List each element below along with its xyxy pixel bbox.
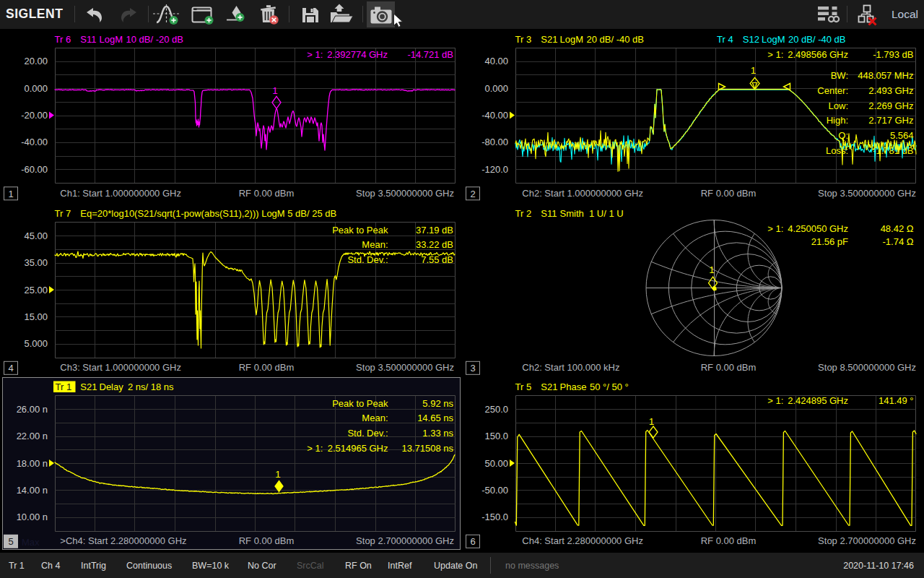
svg-text:1: 1 — [751, 65, 757, 76]
svg-text:RF 0.00 dBm: RF 0.00 dBm — [701, 362, 757, 373]
svg-text:2.514965 GHz: 2.514965 GHz — [328, 443, 388, 454]
svg-text:Tr 3: Tr 3 — [515, 34, 532, 45]
svg-text:50 °/ 50 °: 50 °/ 50 ° — [590, 381, 629, 392]
svg-text:Tr 2: Tr 2 — [515, 208, 532, 219]
svg-text:20 dB/ -40 dB: 20 dB/ -40 dB — [587, 34, 645, 45]
svg-text:26.00 n: 26.00 n — [17, 404, 48, 415]
svg-text:RF On: RF On — [345, 561, 372, 571]
svg-text:2.493 GHz: 2.493 GHz — [868, 85, 913, 96]
svg-text:35.00: 35.00 — [24, 257, 48, 268]
svg-text:Ch1: Start 1.000000000 GHz: Ch1: Start 1.000000000 GHz — [60, 188, 181, 199]
svg-text:LogM: LogM — [560, 34, 584, 45]
svg-text:Tr 6: Tr 6 — [55, 34, 71, 45]
svg-text:21.56 pF: 21.56 pF — [811, 236, 848, 247]
svg-text:no messages: no messages — [505, 561, 559, 571]
svg-text:> 1:: > 1: — [307, 443, 323, 454]
svg-text:Tr 1: Tr 1 — [56, 381, 72, 392]
svg-text:Max: Max — [22, 537, 40, 548]
svg-text:IntTrig: IntTrig — [81, 561, 106, 571]
svg-text:-40.00: -40.00 — [481, 110, 508, 121]
svg-text:448.057 MHz: 448.057 MHz — [858, 70, 913, 81]
svg-text:Mean:: Mean: — [362, 239, 388, 250]
svg-text:-14.721 dB: -14.721 dB — [407, 49, 453, 60]
svg-text:RF 0.00 dBm: RF 0.00 dBm — [239, 188, 295, 199]
svg-text:5.92 ns: 5.92 ns — [422, 398, 453, 409]
svg-text:Peak to Peak: Peak to Peak — [332, 398, 388, 409]
svg-text:Tr 1: Tr 1 — [9, 561, 25, 571]
svg-text:20.00: 20.00 — [24, 56, 48, 66]
svg-text:-120.0: -120.0 — [481, 164, 508, 175]
svg-text:7.55 dB: 7.55 dB — [421, 254, 453, 265]
svg-text:> 1:: > 1: — [307, 49, 323, 60]
svg-text:2.424895 GHz: 2.424895 GHz — [788, 395, 848, 406]
svg-text:10.00 n: 10.00 n — [17, 512, 48, 522]
svg-text:S11: S11 — [541, 208, 557, 219]
svg-text:-1.793 dB: -1.793 dB — [873, 49, 913, 60]
svg-text:Tr 7: Tr 7 — [55, 208, 71, 219]
svg-text:Stop 3.500000000 GHz: Stop 3.500000000 GHz — [356, 188, 454, 199]
svg-text:3: 3 — [470, 363, 475, 374]
svg-text:SrcCal: SrcCal — [297, 561, 324, 571]
svg-text:33.22 dB: 33.22 dB — [416, 239, 453, 250]
svg-text:> 1:: > 1: — [767, 395, 783, 406]
svg-text:Stop 8.500000000 GHz: Stop 8.500000000 GHz — [818, 362, 916, 373]
svg-text:-50.00: -50.00 — [481, 485, 508, 496]
svg-text:High:: High: — [827, 115, 848, 126]
svg-text:22.00 n: 22.00 n — [17, 431, 48, 441]
svg-text:50.00: 50.00 — [484, 458, 508, 469]
svg-text:4.250050 GHz: 4.250050 GHz — [788, 223, 848, 234]
svg-text:150.0: 150.0 — [484, 431, 508, 441]
svg-text:RF 0.00 dBm: RF 0.00 dBm — [701, 188, 757, 199]
svg-text:Std. Dev.:: Std. Dev.: — [347, 254, 388, 265]
svg-text:RF 0.00 dBm: RF 0.00 dBm — [239, 535, 295, 546]
svg-text:5.000: 5.000 — [24, 338, 48, 349]
svg-text:Smith: Smith — [560, 208, 584, 219]
svg-text:10 dB/ -20 dB: 10 dB/ -20 dB — [126, 34, 184, 45]
svg-text:Center:: Center: — [817, 85, 848, 96]
svg-text:IntRef: IntRef — [388, 561, 412, 571]
svg-text:5: 5 — [8, 536, 13, 547]
svg-text:Std. Dev.:: Std. Dev.: — [347, 428, 388, 439]
svg-text:>Ch4: Start 2.280000000 GHz: >Ch4: Start 2.280000000 GHz — [60, 535, 186, 546]
svg-text:BW:: BW: — [831, 70, 848, 81]
svg-text:S21: S21 — [541, 381, 557, 392]
svg-text:S21: S21 — [541, 34, 557, 45]
svg-text:20 dB/ -40 dB: 20 dB/ -40 dB — [788, 34, 846, 45]
svg-text:-20.00: -20.00 — [21, 110, 48, 121]
svg-text:Ch2: Start 100.000 kHz: Ch2: Start 100.000 kHz — [522, 362, 619, 373]
svg-text:Continuous: Continuous — [126, 561, 172, 571]
svg-text:Tr 5: Tr 5 — [515, 381, 532, 392]
svg-text:Stop 2.700000000 GHz: Stop 2.700000000 GHz — [356, 535, 454, 546]
svg-text:SIGLENT: SIGLENT — [6, 7, 63, 21]
svg-text:No Cor: No Cor — [248, 561, 276, 571]
svg-text:-40.00: -40.00 — [21, 137, 48, 147]
svg-text:25.00: 25.00 — [24, 285, 48, 296]
svg-text:Ch 4: Ch 4 — [41, 561, 60, 571]
svg-text:Local: Local — [892, 8, 918, 20]
svg-text:Eq=20*log10(S21/sqrt(1-pow(abs: Eq=20*log10(S21/sqrt(1-pow(abs(S11),2)))… — [80, 208, 336, 219]
svg-text:Peak to Peak: Peak to Peak — [332, 225, 388, 236]
svg-text:0.000: 0.000 — [484, 83, 508, 94]
svg-text:1: 1 — [649, 416, 655, 427]
svg-text:2.717 GHz: 2.717 GHz — [868, 115, 913, 126]
svg-text:Ch4: Start 2.280000000 GHz: Ch4: Start 2.280000000 GHz — [522, 535, 643, 546]
svg-text:1.33 ns: 1.33 ns — [422, 428, 453, 439]
svg-text:> 1:: > 1: — [767, 223, 783, 234]
svg-text:LogM: LogM — [762, 34, 785, 45]
svg-text:40.00: 40.00 — [484, 56, 508, 66]
svg-text:-80.00: -80.00 — [481, 137, 508, 147]
svg-text:1: 1 — [8, 189, 13, 199]
svg-text:> 1:: > 1: — [767, 49, 783, 60]
svg-text:-1.74 Ω: -1.74 Ω — [883, 236, 914, 247]
svg-text:13.71508 ns: 13.71508 ns — [401, 443, 453, 454]
svg-text:-60.00: -60.00 — [21, 164, 48, 175]
svg-text:S12: S12 — [743, 34, 759, 45]
svg-text:4: 4 — [8, 363, 13, 374]
svg-text:1: 1 — [272, 85, 278, 96]
svg-text:Update On: Update On — [434, 561, 478, 571]
svg-text:-150.0: -150.0 — [481, 512, 508, 522]
svg-text:48.42 Ω: 48.42 Ω — [881, 223, 914, 234]
svg-text:Stop 3.500000000 GHz: Stop 3.500000000 GHz — [356, 362, 454, 373]
svg-text:0.000: 0.000 — [24, 83, 48, 94]
svg-text:2.498566 GHz: 2.498566 GHz — [788, 49, 848, 60]
